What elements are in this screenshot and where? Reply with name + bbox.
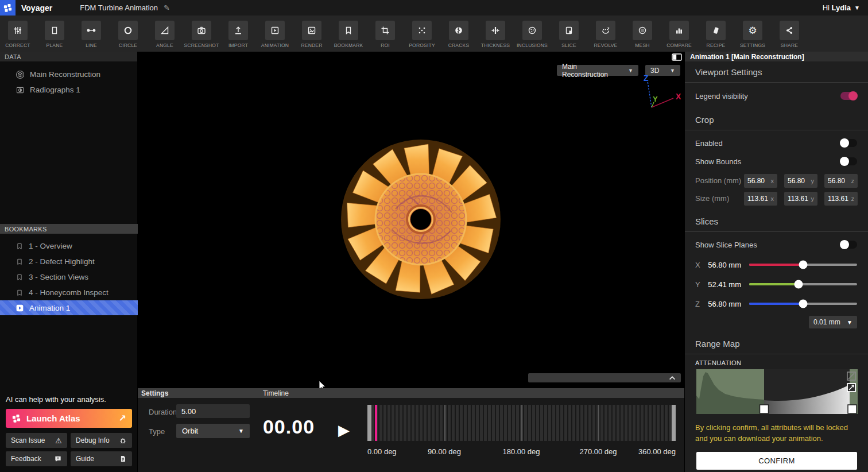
viewport-collapsed-panel[interactable] <box>528 373 681 382</box>
viewport-3d[interactable]: Main Reconstruction ▼ 3D ▼ Z X Y <box>138 52 684 388</box>
tab-settings[interactable]: Settings <box>141 388 168 398</box>
crop-position-row: Position (mm) 56.80x 56.80y 56.80z <box>685 171 868 191</box>
slice-y-row: Y 52.41 mm <box>685 274 868 294</box>
recipe-icon <box>706 21 726 40</box>
toolbar-button-render[interactable]: RENDER <box>302 21 321 48</box>
user-menu[interactable]: Hi Lydia ▼ <box>823 3 860 12</box>
crop-enabled-toggle[interactable] <box>840 139 857 147</box>
sliders-icon <box>8 21 28 40</box>
viewport-settings-section-title: Viewport Settings <box>685 61 868 83</box>
toolbar-button-circle[interactable]: CIRCLE <box>118 21 138 48</box>
bookmark-item-honeycomb-inspect[interactable]: 4 - Honeycomb Inspect <box>0 285 138 300</box>
animation-panel: Settings Timeline Duration Type Orbit ▼ … <box>138 388 684 472</box>
panel-layout-toggle[interactable] <box>672 53 682 63</box>
toolbar-button-plane[interactable]: PLANE <box>45 21 64 48</box>
toolbar-button-line[interactable]: LINE <box>82 21 101 48</box>
play-button[interactable]: ▶ <box>334 420 354 440</box>
warning-icon: ⚠ <box>55 436 62 445</box>
axis-x-label: X <box>676 92 681 101</box>
size-x-field[interactable]: 113.61x <box>744 192 777 206</box>
bar-chart-icon <box>669 21 689 40</box>
crop-section-title: Crop <box>685 109 868 130</box>
legend-visibility-toggle[interactable] <box>840 92 857 100</box>
scan-issue-button[interactable]: Scan Issue ⚠ <box>6 433 67 448</box>
toolbar-button-share[interactable]: SHARE <box>780 21 799 48</box>
toolbar-button-porosity[interactable]: POROSITY <box>412 21 432 48</box>
data-item-main-reconstruction[interactable]: Main Reconstruction <box>0 67 137 82</box>
angle-icon <box>155 21 175 40</box>
timeline-scrubber[interactable] <box>367 405 676 441</box>
toolbar-button-angle[interactable]: ANGLE <box>155 21 175 48</box>
pinwheel-logo-icon <box>3 3 13 13</box>
toolbar-button-animation[interactable]: ANIMATION <box>265 21 285 48</box>
bookmark-icon <box>16 258 24 266</box>
show-slice-planes-row: Show Slice Planes <box>685 234 868 255</box>
size-z-field[interactable]: 113.61z <box>824 192 858 206</box>
toolbar-button-correct[interactable]: CORRECT <box>8 21 28 48</box>
toolbar-button-revolve[interactable]: REVOLVE <box>596 21 615 48</box>
show-bounds-toggle[interactable] <box>840 157 857 165</box>
bookmark-item-animation-1-selected[interactable]: Animation 1 <box>0 300 138 315</box>
timeline-right-cap <box>672 405 676 441</box>
toolbar-button-recipe[interactable]: RECIPE <box>706 21 726 48</box>
bookmark-item-section-views[interactable]: 3 - Section Views <box>0 269 138 285</box>
plane-icon <box>45 21 64 40</box>
timeline-left-cap <box>367 405 371 441</box>
attenuation-label: ATTENUATION <box>685 354 868 369</box>
duration-input[interactable] <box>176 404 250 418</box>
size-y-field[interactable]: 113.61y <box>784 192 817 206</box>
bookmark-item-overview[interactable]: 1 - Overview <box>0 238 138 254</box>
slice-step-dropdown[interactable]: 0.01 mm ▼ <box>809 316 857 328</box>
greeting: Hi <box>823 3 830 12</box>
position-x-field[interactable]: 56.80x <box>744 174 777 188</box>
bug-icon <box>119 436 127 444</box>
toolbar-button-screenshot[interactable]: SCREENSHOT <box>192 21 211 48</box>
toolbar-button-bookmark[interactable]: BOOKMARK <box>339 21 358 48</box>
ai-help-text: AI can help with your analysis. <box>6 395 132 404</box>
position-z-field[interactable]: 56.80z <box>824 174 858 188</box>
data-item-radiographs[interactable]: Radiographs 1 <box>0 82 137 98</box>
edit-title-icon[interactable]: ✎ <box>164 3 170 12</box>
type-dropdown[interactable]: Orbit ▼ <box>176 424 250 438</box>
bookmark-item-defect-highlight[interactable]: 2 - Defect Highlight <box>0 254 138 269</box>
toolbar-button-thickness[interactable]: THICKNESS <box>486 21 505 48</box>
attenuation-histogram[interactable] <box>696 369 858 414</box>
toolbar-button-roi[interactable]: ROI <box>375 21 395 48</box>
animation-play-icon <box>16 304 24 312</box>
slice-x-slider[interactable] <box>749 264 857 266</box>
slice-z-slider[interactable] <box>749 303 857 305</box>
debug-info-button[interactable]: Debug Info <box>71 433 132 448</box>
toolbar-button-mesh[interactable]: MESH <box>633 21 652 48</box>
confirm-warning-text: By clicking confirm, all attributes will… <box>685 416 868 444</box>
range-handle-low[interactable] <box>760 405 769 413</box>
chevron-up-icon <box>668 374 676 381</box>
toolbar-button-settings[interactable]: ⚙ SETTINGS <box>743 21 762 48</box>
slice-y-slider[interactable] <box>749 283 857 285</box>
voyager-logo[interactable] <box>0 0 16 16</box>
left-sidebar: DATA Main Reconstruction Radiographs 1 B… <box>0 52 138 472</box>
show-slice-planes-toggle[interactable] <box>840 241 857 249</box>
feedback-button[interactable]: Feedback <box>6 451 67 466</box>
range-map-section-title: Range Map <box>685 333 868 354</box>
app-name: Voyager <box>21 3 52 13</box>
tab-timeline[interactable]: Timeline <box>263 388 289 398</box>
timeline-quarter-mark <box>521 405 522 441</box>
viewport-dataset-dropdown[interactable]: Main Reconstruction ▼ <box>557 65 638 76</box>
main-toolbar: CORRECT PLANE LINE CIRCLE ANGLE SCREENSH… <box>0 16 868 52</box>
slice-z-row: Z 56.80 mm <box>685 294 868 314</box>
launch-atlas-button[interactable]: Launch Atlas ↗ <box>6 409 132 428</box>
toolbar-button-compare[interactable]: COMPARE <box>669 21 689 48</box>
range-handle-high[interactable] <box>848 405 857 413</box>
toolbar-button-import[interactable]: IMPORT <box>228 21 248 48</box>
type-label: Type <box>149 427 165 436</box>
toolbar-button-inclusions[interactable]: INCLUSIONS <box>522 21 542 48</box>
radiograph-icon <box>16 86 25 95</box>
axis-gizmo[interactable]: Z X Y <box>630 72 684 118</box>
confirm-button[interactable]: CONFIRM <box>696 452 857 470</box>
toolbar-button-slice[interactable]: SLICE <box>559 21 579 48</box>
bookmark-icon <box>16 289 24 297</box>
toolbar-button-cracks[interactable]: CRACKS <box>449 21 468 48</box>
position-y-field[interactable]: 56.80y <box>784 174 817 188</box>
guide-button[interactable]: Guide <box>71 451 132 466</box>
timeline-playhead[interactable] <box>375 405 377 441</box>
